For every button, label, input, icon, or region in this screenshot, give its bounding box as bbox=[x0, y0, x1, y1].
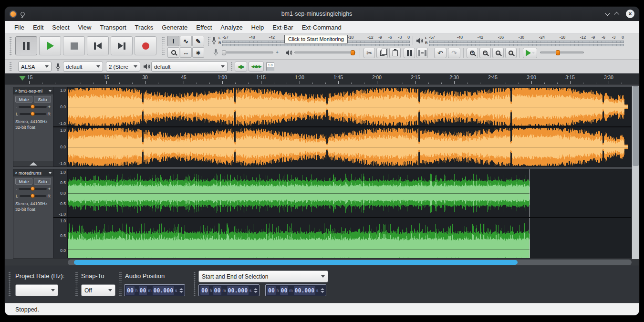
play-speed-slider[interactable] bbox=[540, 47, 584, 58]
track-1-pan-slider[interactable]: L R bbox=[13, 110, 53, 117]
zoom-out-button[interactable]: − bbox=[479, 48, 491, 58]
snap-to-dropdown[interactable]: Off bbox=[81, 284, 115, 296]
multi-tool-button[interactable]: ∗ bbox=[192, 47, 204, 58]
track-1-channel-2-waveform[interactable] bbox=[68, 127, 631, 166]
track-1-name[interactable]: bm1-sep-mi bbox=[19, 88, 48, 93]
playback-meter[interactable]: LR -57-48-42-36-30-24-18-12-9-6-30 bbox=[416, 35, 624, 46]
fit-selection-button[interactable]: ↔ bbox=[492, 48, 504, 58]
draw-tool-button[interactable]: ✎ bbox=[192, 36, 204, 46]
recording-volume-thumb[interactable] bbox=[222, 50, 226, 55]
skip-to-end-button[interactable] bbox=[111, 36, 133, 55]
timeline-options-icon[interactable] bbox=[19, 76, 26, 81]
toolbar-grip[interactable] bbox=[119, 272, 122, 297]
toolbar-grip[interactable] bbox=[208, 37, 210, 46]
track-2-control-panel[interactable]: × moredrums Mute Solo - + L R bbox=[13, 169, 53, 259]
skip-to-start-button[interactable] bbox=[87, 36, 109, 55]
track-2-channel-1-waveform[interactable] bbox=[68, 169, 631, 217]
menu-item-generate[interactable]: Generate bbox=[158, 22, 191, 32]
toolbar-grip[interactable] bbox=[9, 272, 11, 297]
timeshift-tool-button[interactable]: ↔ bbox=[180, 47, 192, 58]
track-2-mute-button[interactable]: Mute bbox=[15, 178, 32, 185]
pin-icon[interactable] bbox=[21, 12, 25, 16]
gain-thumb[interactable] bbox=[31, 187, 35, 191]
track-2-pan-slider[interactable]: L R bbox=[13, 192, 53, 199]
toolbar-grip[interactable] bbox=[231, 62, 233, 71]
track-2-gain-slider[interactable]: - + bbox=[13, 185, 53, 192]
timeline-ruler[interactable]: -151530451:001:151:301:452:002:152:302:4… bbox=[5, 73, 639, 84]
record-button[interactable] bbox=[135, 36, 156, 55]
track-close-icon[interactable]: × bbox=[15, 171, 18, 176]
track-menu-caret-icon[interactable] bbox=[49, 172, 52, 174]
pan-thumb[interactable] bbox=[31, 194, 35, 198]
recording-device-dropdown[interactable]: default bbox=[63, 62, 103, 72]
menu-item-view[interactable]: View bbox=[74, 22, 95, 32]
fit-project-button[interactable]: □ bbox=[505, 48, 517, 58]
track-1-title-bar[interactable]: × bm1-sep-mi bbox=[13, 87, 53, 94]
menu-item-analyze[interactable]: Analyze bbox=[217, 22, 246, 32]
track-1-solo-button[interactable]: Solo bbox=[34, 96, 51, 103]
gain-thumb[interactable] bbox=[31, 104, 35, 109]
track-1-control-panel[interactable]: × bm1-sep-mi Mute Solo - + L R bbox=[13, 87, 53, 167]
track-2-solo-button[interactable]: Solo bbox=[34, 178, 51, 185]
play-speed-thumb[interactable] bbox=[556, 50, 560, 55]
copy-button[interactable] bbox=[376, 48, 388, 58]
stop-button[interactable] bbox=[63, 36, 85, 55]
menu-item-select[interactable]: Select bbox=[48, 22, 73, 32]
menu-item-transport[interactable]: Transport bbox=[96, 22, 130, 32]
selection-start-display[interactable]: 00h00m00.000s bbox=[198, 284, 260, 296]
pan-thumb[interactable] bbox=[31, 112, 35, 116]
menu-item-file[interactable]: File bbox=[10, 22, 28, 32]
undo-button[interactable]: ↶ bbox=[434, 48, 447, 58]
selection-tool-button[interactable]: I bbox=[167, 36, 179, 46]
menu-item-effect[interactable]: Effect bbox=[192, 22, 216, 32]
recording-volume-slider[interactable] bbox=[222, 47, 273, 58]
toolbar-grip[interactable] bbox=[10, 37, 12, 56]
track-close-icon[interactable]: × bbox=[15, 89, 18, 93]
envelope-tool-button[interactable]: ∿ bbox=[180, 36, 192, 46]
selection-mode-dropdown[interactable]: Start and End of Selection bbox=[198, 270, 328, 282]
vertical-scrollbar[interactable] bbox=[632, 86, 639, 259]
horizontal-scrollbar[interactable] bbox=[5, 259, 639, 266]
seek-long-button[interactable]: ◀◀▶▶ bbox=[249, 62, 264, 72]
toolbar-grip[interactable] bbox=[10, 62, 12, 71]
paste-button[interactable] bbox=[389, 48, 401, 58]
audio-position-display[interactable]: 00h00m00.000s bbox=[124, 284, 185, 296]
play-at-speed-button[interactable] bbox=[523, 48, 537, 58]
toolbar-grip[interactable] bbox=[194, 272, 196, 297]
cut-button[interactable]: ✂ bbox=[364, 48, 375, 58]
track-menu-caret-icon[interactable] bbox=[49, 90, 52, 92]
zoom-in-button[interactable]: + bbox=[467, 48, 478, 58]
track-1-mute-button[interactable]: Mute bbox=[15, 96, 32, 103]
redo-button[interactable]: ↷ bbox=[448, 48, 460, 58]
selection-end-display[interactable]: 00h00m00.000s bbox=[265, 284, 326, 296]
playback-volume-thumb[interactable] bbox=[351, 50, 355, 55]
minimize-button[interactable] bbox=[605, 10, 610, 16]
track-2-title-bar[interactable]: × moredrums bbox=[13, 169, 53, 177]
track-1-gain-slider[interactable]: - + bbox=[13, 103, 53, 110]
close-button[interactable]: × bbox=[626, 10, 634, 18]
project-rate-dropdown[interactable] bbox=[15, 284, 58, 296]
trim-audio-button[interactable] bbox=[404, 48, 415, 58]
menu-item-help[interactable]: Help bbox=[248, 22, 268, 32]
menu-item-edit[interactable]: Edit bbox=[29, 22, 47, 32]
toolbar-grip[interactable] bbox=[75, 272, 78, 297]
menu-item-ext-bar[interactable]: Ext-Bar bbox=[269, 22, 297, 32]
vertical-scrollbar-thumb[interactable] bbox=[633, 86, 639, 166]
play-button[interactable] bbox=[39, 36, 61, 55]
playback-volume-slider[interactable] bbox=[294, 47, 355, 58]
track-1-collapse-button[interactable] bbox=[13, 161, 53, 166]
track-1-channel-1-waveform[interactable] bbox=[68, 87, 631, 126]
menu-item-tracks[interactable]: Tracks bbox=[131, 22, 157, 32]
zoom-tool-button[interactable] bbox=[167, 47, 179, 58]
seek-button[interactable]: ◀▶ bbox=[235, 62, 247, 72]
track-2-channel-2-waveform[interactable] bbox=[68, 218, 631, 258]
menu-item-ext-command[interactable]: Ext-Command bbox=[298, 22, 345, 32]
pause-button[interactable] bbox=[15, 36, 37, 55]
silence-audio-button[interactable] bbox=[416, 48, 428, 58]
maximize-button[interactable] bbox=[614, 12, 619, 17]
horizontal-scrollbar-thumb[interactable] bbox=[74, 260, 518, 265]
toolbar-grip[interactable] bbox=[162, 37, 165, 56]
audio-host-dropdown[interactable]: ALSA bbox=[18, 62, 52, 72]
playback-device-dropdown[interactable]: default bbox=[151, 62, 228, 72]
recording-channels-dropdown[interactable]: 2 (Stere bbox=[106, 62, 140, 72]
